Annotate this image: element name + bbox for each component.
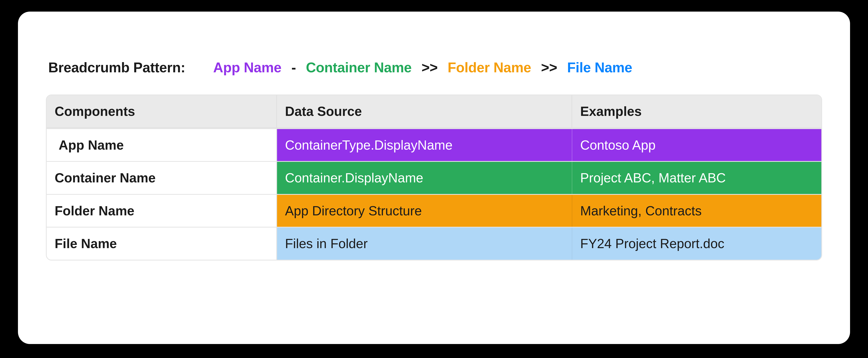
cell-example: Project ABC, Matter ABC xyxy=(572,162,821,194)
page: Breadcrumb Pattern: App Name - Container… xyxy=(0,0,868,358)
table-header-data-source: Data Source xyxy=(277,95,572,128)
breadcrumb-app-name: App Name xyxy=(213,59,281,76)
cell-component: Container Name xyxy=(47,162,277,194)
breadcrumb-container-name: Container Name xyxy=(306,59,412,76)
breadcrumb-pattern-row: Breadcrumb Pattern: App Name - Container… xyxy=(46,59,822,76)
table-header-examples: Examples xyxy=(572,95,821,128)
table-row-folder-name: Folder Name App Directory Structure Mark… xyxy=(47,194,821,227)
breadcrumb-table: Components Data Source Examples App Name… xyxy=(46,94,822,260)
cell-data-source: Files in Folder xyxy=(277,227,572,260)
breadcrumb-separator-chevrons-1: >> xyxy=(422,59,438,76)
table-row-container-name: Container Name Container.DisplayName Pro… xyxy=(47,161,821,194)
cell-example: FY24 Project Report.doc xyxy=(572,227,821,260)
table-row-app-name: App Name ContainerType.DisplayName Conto… xyxy=(47,128,821,161)
table-row-file-name: File Name Files in Folder FY24 Project R… xyxy=(47,227,821,260)
pattern-label: Breadcrumb Pattern: xyxy=(48,59,185,76)
cell-data-source: Container.DisplayName xyxy=(277,162,572,194)
table-header-components: Components xyxy=(47,95,277,128)
table-header-row: Components Data Source Examples xyxy=(47,95,821,128)
cell-example: Marketing, Contracts xyxy=(572,195,821,227)
cell-component: File Name xyxy=(47,227,277,260)
card: Breadcrumb Pattern: App Name - Container… xyxy=(18,11,850,344)
breadcrumb-file-name: File Name xyxy=(567,59,632,76)
breadcrumb-folder-name: Folder Name xyxy=(447,59,531,76)
cell-data-source: App Directory Structure xyxy=(277,195,572,227)
cell-example: Contoso App xyxy=(572,129,821,161)
cell-component: Folder Name xyxy=(47,195,277,227)
breadcrumb-separator-chevrons-2: >> xyxy=(541,59,557,76)
breadcrumb-separator-dash: - xyxy=(291,59,296,76)
cell-component: App Name xyxy=(47,129,277,161)
cell-data-source: ContainerType.DisplayName xyxy=(277,129,572,161)
